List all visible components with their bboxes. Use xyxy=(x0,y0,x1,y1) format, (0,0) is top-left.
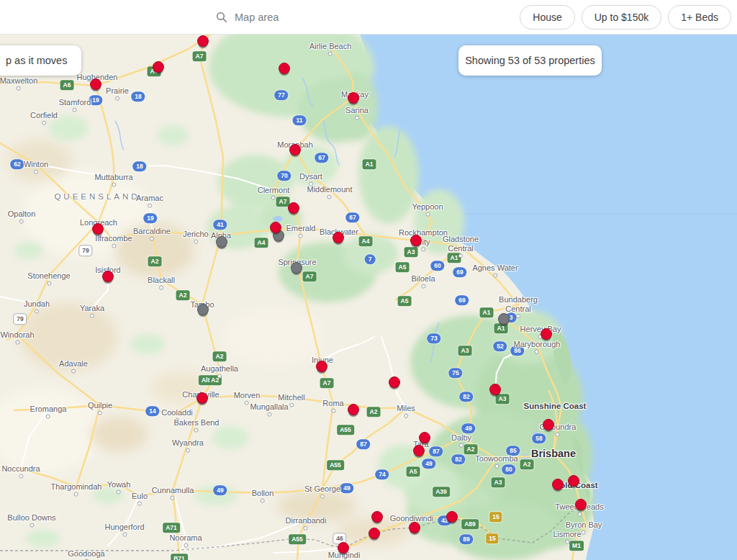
route-shield: A1 xyxy=(480,307,494,317)
town-label: Blackall xyxy=(148,276,175,285)
route-shield: 87 xyxy=(429,446,443,456)
route-shield: 41 xyxy=(213,220,227,230)
town-label: Morven xyxy=(234,391,261,400)
town-label: Cooladdi xyxy=(161,408,192,417)
property-marker[interactable] xyxy=(197,304,209,315)
property-marker[interactable] xyxy=(102,271,114,282)
property-marker[interactable] xyxy=(90,78,101,90)
route-shield: 69 xyxy=(455,295,469,305)
route-shield: 14 xyxy=(145,406,159,416)
town-label: Stamford xyxy=(59,98,91,107)
update-map-label: p as it moves xyxy=(6,55,67,66)
town-label: Goodooga xyxy=(68,549,104,559)
property-marker[interactable] xyxy=(389,376,400,388)
filter-pill[interactable]: House xyxy=(520,5,574,30)
property-marker[interactable] xyxy=(409,522,420,533)
route-shield: A5 xyxy=(396,262,410,272)
route-shield: A89 xyxy=(461,519,479,529)
town-label: Agnes Water xyxy=(472,263,517,273)
town-label: Yaraka xyxy=(80,304,104,313)
town-label: Dalby xyxy=(451,433,471,443)
route-shield: 80 xyxy=(502,464,515,474)
map-area-label: Map area xyxy=(235,12,279,23)
town-label: Miles xyxy=(397,404,415,413)
route-shield: 18 xyxy=(132,161,146,171)
property-marker[interactable] xyxy=(419,432,430,443)
town-label: Sarina xyxy=(345,106,368,115)
route-shield: 19 xyxy=(143,213,157,223)
town-label: Bulloo Downs xyxy=(7,513,55,523)
property-marker[interactable] xyxy=(498,313,510,325)
property-marker[interactable] xyxy=(552,479,564,490)
town-label: Airlie Beach xyxy=(309,42,352,51)
town-label: Augathella xyxy=(201,364,238,374)
route-shield: 74 xyxy=(375,469,389,479)
town-label: Aramac xyxy=(136,194,163,203)
route-shield: A6 xyxy=(60,80,74,90)
route-shield: 87 xyxy=(356,439,370,449)
route-shield: A3 xyxy=(492,477,505,487)
property-marker[interactable] xyxy=(316,361,327,372)
town-label: Winton xyxy=(24,160,48,169)
town-label: Cunnamulla xyxy=(152,486,194,495)
route-shield: 60 xyxy=(430,261,444,271)
property-marker[interactable] xyxy=(410,235,422,246)
update-map-toggle[interactable]: p as it moves xyxy=(0,45,81,76)
property-marker[interactable] xyxy=(368,528,380,539)
property-marker[interactable] xyxy=(446,511,458,523)
town-label: Bollon xyxy=(252,489,274,498)
property-marker[interactable] xyxy=(489,384,501,395)
results-count-badge: Showing 53 of 53 properties xyxy=(458,45,602,76)
property-marker[interactable] xyxy=(291,262,302,274)
route-shield: 82 xyxy=(451,454,465,464)
property-marker[interactable] xyxy=(348,92,359,104)
property-marker[interactable] xyxy=(153,61,164,73)
town-label: Noorama xyxy=(169,533,202,543)
route-shield: 49 xyxy=(461,423,475,433)
route-shield: 15 xyxy=(489,512,502,522)
route-shield: A7 xyxy=(276,197,290,207)
map[interactable]: A6A6A71819771162186770A11941A767A4A47A3A… xyxy=(0,35,737,560)
town-label: Thargomindah xyxy=(51,482,102,492)
town-label: Windorah xyxy=(0,330,34,340)
town-label: St George xyxy=(304,484,340,494)
route-shield: A2 xyxy=(520,459,534,469)
route-shield: A1 xyxy=(494,323,508,333)
town-label: Wyandra xyxy=(172,438,204,448)
town-label: Jundah xyxy=(24,299,50,309)
property-marker[interactable] xyxy=(270,222,281,233)
property-marker[interactable] xyxy=(568,475,579,487)
property-marker[interactable] xyxy=(289,144,301,155)
town-label: Barcaldine xyxy=(133,227,171,236)
property-marker[interactable] xyxy=(216,236,227,248)
property-marker[interactable] xyxy=(348,404,359,415)
map-area-search[interactable]: Map area xyxy=(216,0,279,35)
route-shield: A7 xyxy=(320,378,334,388)
property-marker[interactable] xyxy=(575,499,587,510)
route-shield: 49 xyxy=(340,483,353,493)
property-marker[interactable] xyxy=(279,63,290,74)
property-marker[interactable] xyxy=(333,232,344,243)
route-shield: B71 xyxy=(171,554,188,560)
route-shield: A2 xyxy=(213,351,227,361)
property-marker[interactable] xyxy=(197,35,209,47)
town-label: Middlemount xyxy=(307,185,353,194)
town-label: Dirranbandi xyxy=(286,516,327,525)
route-shield: A55 xyxy=(289,534,306,544)
property-marker[interactable] xyxy=(92,223,104,235)
property-marker[interactable] xyxy=(288,202,299,214)
town-label: Noccundra xyxy=(1,464,40,474)
property-marker[interactable] xyxy=(541,328,552,340)
property-marker[interactable] xyxy=(371,511,383,523)
property-marker[interactable] xyxy=(543,419,554,430)
property-marker[interactable] xyxy=(413,445,425,456)
town-label: Yeppoon xyxy=(412,202,443,212)
route-shield: 15 xyxy=(486,533,498,543)
filter-pill[interactable]: Up to $150k xyxy=(582,5,662,30)
filter-pill[interactable]: 1+ Beds xyxy=(668,5,731,30)
route-shield: M1 xyxy=(569,541,584,551)
town-label: QUEENSLAND xyxy=(54,192,140,202)
property-marker[interactable] xyxy=(338,542,349,554)
filter-pills: HouseUp to $150k1+ Beds xyxy=(520,5,731,30)
property-marker[interactable] xyxy=(196,392,208,404)
